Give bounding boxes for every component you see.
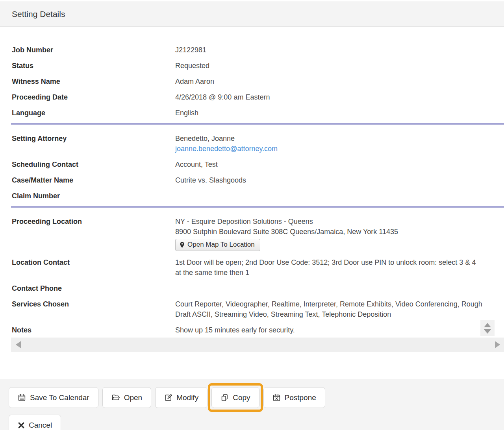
detail-row-location-contact: Location Contact 1st Door will be open; … — [0, 257, 504, 278]
save-to-calendar-label: Save To Calendar — [30, 393, 89, 402]
attorney-email-link[interactable]: joanne.benedetto@attorney.com — [175, 145, 278, 153]
field-value: English — [175, 108, 198, 118]
field-label: Location Contact — [12, 257, 175, 278]
pencil-square-icon — [164, 393, 172, 402]
detail-row-witness-name: Witness Name Adam Aaron — [0, 76, 504, 87]
detail-row-proceeding-date: Proceeding Date 4/26/2018 @ 9:00 am East… — [0, 92, 504, 102]
open-button[interactable]: Open — [102, 387, 151, 408]
detail-row-case-matter-name: Case/Matter Name Cutrite vs. Slashgoods — [0, 175, 504, 185]
field-value: 4/26/2018 @ 9:00 am Eastern — [175, 92, 270, 102]
detail-row-setting-attorney: Setting Attorney Benedetto, Joanne joann… — [0, 133, 504, 154]
field-value: NY - Esquire Deposition Solutions - Quee… — [175, 216, 398, 252]
field-label: Job Number — [12, 45, 175, 55]
detail-row-claim-number: Claim Number — [0, 191, 504, 201]
open-map-button[interactable]: Open Map To Location — [175, 239, 260, 251]
detail-row-notes: Notes Show up 15 minutes early for secur… — [0, 325, 504, 335]
field-label: Proceeding Date — [12, 92, 175, 102]
setting-details-modal: Setting Details Job Number J2122981 Stat… — [0, 0, 504, 430]
modal-footer: Save To Calendar Open Modify — [0, 379, 504, 430]
modal-body: Job Number J2122981 Status Requested Wit… — [0, 27, 504, 379]
field-label: Services Chosen — [12, 299, 175, 319]
detail-row-scheduling-contact: Scheduling Contact Account, Test — [0, 159, 504, 170]
modify-label: Modify — [176, 393, 198, 402]
folder-open-icon — [111, 393, 120, 402]
copy-icon — [220, 393, 229, 402]
horizontal-scrollbar[interactable] — [11, 338, 504, 352]
calendar-icon — [18, 393, 26, 402]
spinner-down-arrow[interactable] — [484, 329, 491, 334]
modal-header: Setting Details — [0, 2, 504, 27]
field-label: Setting Attorney — [12, 133, 175, 154]
field-label: Notes — [12, 325, 175, 335]
copy-button[interactable]: Copy — [211, 387, 259, 408]
detail-row-status: Status Requested — [0, 61, 504, 71]
detail-row-contact-phone: Contact Phone — [0, 283, 504, 293]
postpone-button[interactable]: Postpone — [263, 387, 325, 408]
location-address: 8900 Sutphin Boulevard Suite 308C Queens… — [175, 227, 398, 237]
save-to-calendar-button[interactable]: Save To Calendar — [9, 387, 98, 408]
cancel-button-row: Cancel — [9, 415, 504, 430]
field-value: Cutrite vs. Slashgoods — [175, 175, 246, 185]
field-label: Proceeding Location — [12, 216, 175, 252]
copy-label: Copy — [233, 393, 250, 402]
notes-scroll-spinner[interactable] — [480, 320, 495, 336]
scroll-right-arrow[interactable] — [495, 341, 500, 348]
field-value: Court Reporter, Videographer, Realtime, … — [175, 299, 483, 319]
close-icon — [18, 422, 25, 429]
postpone-label: Postpone — [285, 393, 316, 402]
field-label: Contact Phone — [12, 283, 175, 293]
field-label: Status — [12, 61, 175, 71]
field-label: Claim Number — [12, 191, 175, 201]
detail-row-job-number: Job Number J2122981 — [0, 45, 504, 55]
location-name: NY - Esquire Deposition Solutions - Quee… — [175, 216, 398, 227]
footer-button-row: Save To Calendar Open Modify — [9, 387, 504, 408]
map-pin-icon — [180, 242, 185, 248]
section-divider — [11, 124, 504, 125]
scroll-left-arrow[interactable] — [16, 341, 21, 348]
field-value: Adam Aaron — [175, 76, 214, 87]
modify-button[interactable]: Modify — [155, 387, 208, 408]
attorney-name: Benedetto, Joanne — [175, 133, 278, 144]
section-divider — [11, 207, 504, 208]
open-map-button-label: Open Map To Location — [187, 241, 255, 249]
detail-row-proceeding-location: Proceeding Location NY - Esquire Deposit… — [0, 216, 504, 252]
page-title: Setting Details — [12, 9, 65, 19]
field-label: Language — [12, 108, 175, 118]
detail-row-services-chosen: Services Chosen Court Reporter, Videogra… — [0, 299, 504, 319]
field-value: Account, Test — [175, 159, 218, 170]
field-label: Scheduling Contact — [12, 159, 175, 170]
spinner-up-arrow[interactable] — [484, 323, 491, 327]
field-value: Show up 15 minutes early for security. — [175, 325, 295, 335]
field-value: Benedetto, Joanne joanne.benedetto@attor… — [175, 133, 278, 154]
field-value: 1st Door will be open; 2nd Door Use Code… — [175, 257, 483, 278]
field-value: Requested — [175, 61, 209, 71]
detail-row-language: Language English — [0, 108, 504, 118]
cancel-button[interactable]: Cancel — [9, 415, 61, 430]
field-label: Case/Matter Name — [12, 175, 175, 185]
calendar-x-icon — [272, 393, 281, 402]
open-label: Open — [124, 393, 142, 402]
field-label: Witness Name — [12, 76, 175, 87]
field-value: J2122981 — [175, 45, 206, 55]
cancel-label: Cancel — [29, 421, 52, 430]
